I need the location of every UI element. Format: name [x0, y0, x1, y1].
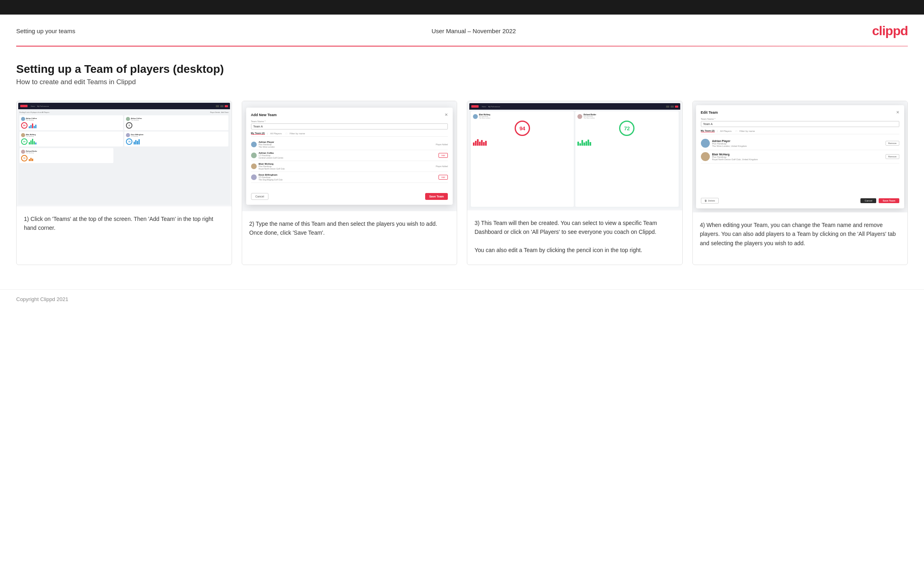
dash-player-2: Richard Butler Plus Handicap The Shire L…	[575, 111, 678, 207]
modal-player-row-4: Dave Billingham 3.5 Handicap The Dog Mag…	[251, 172, 448, 183]
add-player-btn-4[interactable]: Add	[439, 175, 448, 180]
add-player-btn-2[interactable]: Add	[439, 153, 448, 158]
tab-filter-by-name[interactable]: Filter by name	[290, 132, 305, 135]
mock-logo-1	[20, 105, 28, 107]
modal-player-row-2: Adrian Colba 1.5 Handicap Central London…	[251, 150, 448, 161]
page-footer: Copyright Clippd 2021	[0, 289, 924, 309]
card-3-text: 3) This Team will then be created. You c…	[467, 210, 682, 265]
player-avatar-3	[251, 163, 257, 169]
edit-avatar-1	[701, 139, 710, 148]
player-avatar-4	[251, 174, 257, 180]
delete-button[interactable]: 🗑 Delete	[701, 198, 719, 204]
save-team-button[interactable]: Save Team	[425, 193, 448, 200]
score-72: 72	[619, 121, 634, 136]
edit-team-modal-mock: Edit Team ✕ Team Name * Team A My Team (…	[696, 105, 905, 208]
modal-title: Add New Team	[251, 113, 277, 117]
modal-close-icon[interactable]: ✕	[445, 112, 448, 117]
card-1: Home My Performance Finding 6 out of 8 p…	[16, 101, 232, 265]
mock-player-card-1: Adrian Collins Plus Handicap 84	[19, 115, 123, 130]
modal-player-row-3: Blair McHarg Plus Handicap Royal North D…	[251, 161, 448, 172]
modal-player-row-1: Adrian Player Plus Handicap The Shire Lo…	[251, 139, 448, 150]
cancel-button[interactable]: Cancel	[251, 193, 269, 200]
edit-player-row-2: Blair McHarg Plus Handicap Royal North D…	[701, 150, 900, 163]
trash-icon: 🗑	[705, 199, 707, 202]
card-1-screenshot: Home My Performance Finding 6 out of 8 p…	[17, 101, 232, 206]
remove-player-btn-1[interactable]: Remove	[886, 141, 899, 146]
mock-player-card-5: Richard Butler Plus Handicap 72	[19, 148, 113, 163]
header-left-text: Setting up your teams	[16, 28, 75, 34]
card-4-screenshot: Edit Team ✕ Team Name * Team A My Team (…	[693, 101, 908, 212]
save-team-edit-button[interactable]: Save Team	[879, 198, 899, 203]
edit-modal-title: Edit Team	[701, 110, 718, 115]
card-3-screenshot: Home My Performance	[467, 101, 682, 210]
bar-chart-1	[473, 138, 572, 146]
team-name-label: Team Name *	[251, 120, 448, 123]
dash-player-1: Blair McHarg Plus Handicap The Shire Lon…	[471, 111, 574, 207]
dash-avatar-1	[473, 114, 478, 119]
card-1-text: 1) Click on 'Teams' at the top of the sc…	[17, 206, 232, 265]
edit-avatar-2	[701, 152, 710, 161]
tab-my-team[interactable]: My Team (2)	[251, 132, 265, 135]
team-name-input[interactable]: Team A	[251, 123, 448, 129]
edit-team-name-input[interactable]: Team A	[701, 121, 900, 127]
top-bar	[0, 0, 924, 15]
main-content: Setting up a Team of players (desktop) H…	[0, 47, 924, 289]
player-avatar-2	[251, 153, 257, 158]
edit-tab-filter-by-name[interactable]: Filter by name	[739, 130, 755, 132]
edit-modal-close-icon[interactable]: ✕	[896, 110, 899, 115]
clippd-logo: clippd	[872, 23, 908, 38]
edit-team-name-label: Team Name *	[701, 118, 900, 120]
dash-avatar-2	[577, 114, 582, 119]
mock-logo-3	[471, 105, 479, 108]
card-2: Add New Team ✕ Team Name * Team A My Tea…	[242, 101, 458, 265]
remove-player-btn-2[interactable]: Remove	[886, 154, 899, 159]
copyright-text: Copyright Clippd 2021	[16, 296, 68, 302]
card-4-text: 4) When editing your Team, you can chang…	[693, 212, 908, 265]
page-title: Setting up a Team of players (desktop)	[16, 63, 908, 76]
page-subtitle: How to create and edit Teams in Clippd	[16, 78, 908, 86]
card-4: Edit Team ✕ Team Name * Team A My Team (…	[692, 101, 908, 265]
card-2-text: 2) Type the name of this Team and then s…	[242, 211, 457, 265]
bar-chart-2	[577, 138, 676, 146]
add-team-modal-mock: Add New Team ✕ Team Name * Team A My Tea…	[246, 108, 453, 205]
tab-all-players[interactable]: All Players	[270, 132, 281, 135]
edit-tab-all-players[interactable]: All Players	[720, 130, 731, 132]
player-avatar-1	[251, 142, 257, 147]
mock-player-card-2: Adrian Collins Plus Handicap 0	[124, 115, 228, 130]
mock-nav-1: Home My Performance	[31, 105, 49, 107]
edit-player-row-1: Adrian Player Plus Handicap The Shire Lo…	[701, 137, 900, 150]
header-center-text: User Manual – November 2022	[432, 28, 516, 34]
score-94: 94	[515, 121, 530, 136]
card-3: Home My Performance	[467, 101, 683, 265]
header: Setting up your teams User Manual – Nove…	[0, 15, 924, 46]
edit-cancel-button[interactable]: Cancel	[860, 198, 876, 203]
mock-player-card-3: Blair Mcflarg Plus Handicap 94	[19, 132, 123, 146]
card-2-screenshot: Add New Team ✕ Team Name * Team A My Tea…	[242, 101, 457, 211]
edit-tab-my-team[interactable]: My Team (2)	[701, 129, 715, 132]
cards-grid: Home My Performance Finding 6 out of 8 p…	[16, 101, 908, 265]
mock-player-card-4: Dave Billingham 3.5 Handicap 78	[124, 132, 228, 146]
